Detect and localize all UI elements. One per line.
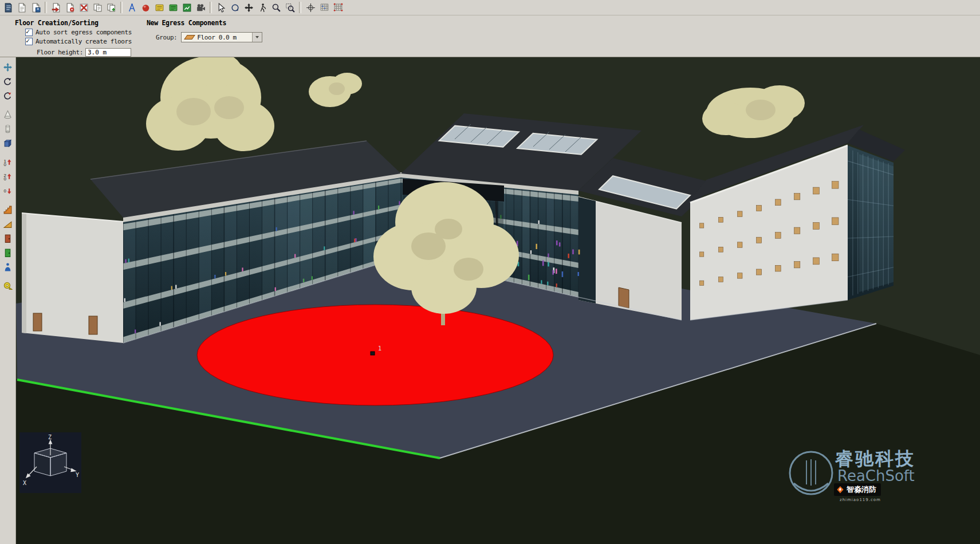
- ramp-icon: [3, 219, 13, 229]
- svg-text:1: 1: [378, 345, 381, 352]
- auto-sort-label: Auto sort egress components: [36, 29, 132, 36]
- auto-sort-row: Auto sort egress components: [25, 29, 145, 36]
- view-cube-gizmo[interactable]: Z Y X: [19, 432, 81, 493]
- stairs-icon: [3, 205, 13, 215]
- rotate-dark-icon: [3, 77, 13, 86]
- measure-tool-button[interactable]: [1, 279, 15, 293]
- mirror-object-tool-button[interactable]: [1, 89, 15, 103]
- stairs-tool-button[interactable]: [1, 203, 15, 216]
- floor-height-row: Floor height:: [37, 48, 145, 57]
- scene-canvas[interactable]: 1: [16, 57, 980, 544]
- rotate-red-icon: [3, 91, 13, 101]
- copy-view-button[interactable]: [90, 1, 104, 14]
- page-red-icon: [65, 3, 75, 13]
- pan-icon: [244, 3, 254, 13]
- paste-view-button[interactable]: [104, 1, 118, 14]
- exit-tool-button[interactable]: [1, 246, 15, 259]
- zoom-box-icon: [285, 3, 295, 13]
- open-file-button[interactable]: [15, 1, 29, 14]
- svg-text:0: 0: [4, 188, 7, 193]
- zoom-tool-button[interactable]: [269, 1, 283, 14]
- new-egress-panel: New Egress Components Group: Floor 0.0 m: [147, 19, 284, 42]
- red-grid-icon: [79, 3, 89, 13]
- column-tool-button[interactable]: [1, 122, 15, 136]
- floor-height-label: Floor height:: [37, 49, 83, 56]
- card-yellow-icon: [155, 3, 164, 13]
- run-simulation-button[interactable]: [77, 1, 90, 14]
- card-green-icon: [168, 3, 178, 13]
- pan-tool-button[interactable]: [242, 1, 255, 14]
- toolbar-separator: [45, 2, 47, 13]
- save-file-button[interactable]: [29, 1, 42, 14]
- floor-creation-panel: Floor Creation/Sorting Auto sort egress …: [15, 19, 145, 57]
- move-object-tool-button[interactable]: [1, 60, 15, 74]
- group-combobox[interactable]: Floor 0.0 m: [181, 32, 262, 42]
- sphere-red-icon: [141, 3, 151, 13]
- page-save-icon: [31, 3, 41, 13]
- gizmo-z-label: Z: [48, 434, 52, 440]
- toolbar-separator: [299, 2, 301, 13]
- select-tool-button[interactable]: [214, 1, 228, 14]
- crosshair-icon: [306, 3, 316, 13]
- application-window: Floor Creation/Sorting Auto sort egress …: [0, 0, 980, 544]
- compass-blue-icon: [127, 3, 137, 13]
- materials-button[interactable]: [139, 1, 152, 14]
- page-two-icon: [93, 3, 103, 13]
- floor-current-button-button[interactable]: 20: [1, 169, 15, 183]
- drawing-toolbar: 10200: [0, 57, 16, 544]
- room-tool-button[interactable]: [1, 136, 15, 150]
- center-view-tool-button[interactable]: [304, 1, 317, 14]
- door-tool-button[interactable]: [1, 231, 15, 245]
- group-value: Floor 0.0 m: [197, 34, 252, 41]
- auto-sort-checkbox[interactable]: [25, 29, 33, 36]
- profiles-button[interactable]: [152, 1, 166, 14]
- floor-panel-title: Floor Creation/Sorting: [15, 19, 145, 27]
- zoom-icon: [271, 3, 281, 13]
- cone-marker-tool-button[interactable]: [1, 108, 15, 121]
- grid-red-icon: [333, 3, 343, 13]
- level-up-1-icon: 10: [3, 157, 13, 167]
- grid-icon: [320, 3, 329, 13]
- page-plus-icon: [107, 3, 116, 13]
- floor-above-button-button[interactable]: 10: [1, 155, 15, 169]
- orbit-icon: [230, 3, 240, 13]
- draw-mode-button[interactable]: [125, 1, 139, 14]
- import-model-button[interactable]: [49, 1, 63, 14]
- orbit-tool-button[interactable]: [228, 1, 242, 14]
- 3d-viewport[interactable]: 1: [16, 57, 980, 544]
- egress-panel-title: New Egress Components: [147, 19, 284, 27]
- cursor-icon: [217, 3, 226, 13]
- svg-text:0: 0: [4, 176, 7, 182]
- occupant-area-circle[interactable]: [197, 305, 553, 405]
- door-red-icon: [3, 234, 13, 243]
- auto-create-checkbox[interactable]: [25, 38, 33, 45]
- cone-icon: [3, 110, 13, 120]
- move-teal-icon: [3, 62, 13, 72]
- behaviors-button[interactable]: [166, 1, 180, 14]
- camera-icon: [196, 3, 206, 13]
- chart-green-icon: [182, 3, 192, 13]
- export-image-button[interactable]: [63, 1, 77, 14]
- combo-arrow-button[interactable]: [252, 33, 262, 42]
- snap-grid-toggle-button[interactable]: [317, 1, 331, 14]
- record-movie-button[interactable]: [194, 1, 207, 14]
- column-icon: [3, 124, 13, 134]
- zoom-box-tool-button[interactable]: [283, 1, 297, 14]
- door: [33, 313, 42, 331]
- door: [89, 316, 97, 334]
- group-label: Group:: [156, 34, 177, 41]
- walk-icon: [258, 3, 267, 13]
- floor-below-button-button[interactable]: 0: [1, 184, 15, 198]
- auto-create-label: Automatically create floors: [36, 38, 132, 45]
- rotate-object-tool-button[interactable]: [1, 74, 15, 88]
- tape-icon: [3, 281, 13, 291]
- walk-tool-button[interactable]: [255, 1, 269, 14]
- chevron-down-icon: [255, 36, 259, 38]
- ramp-tool-button[interactable]: [1, 217, 15, 231]
- new-file-button[interactable]: [1, 1, 15, 14]
- grid-settings-button[interactable]: [331, 1, 345, 14]
- toolbar-separator: [210, 2, 212, 13]
- floor-height-input[interactable]: [85, 48, 131, 57]
- occupant-tool-button[interactable]: [1, 260, 15, 274]
- results-view-button[interactable]: [180, 1, 194, 14]
